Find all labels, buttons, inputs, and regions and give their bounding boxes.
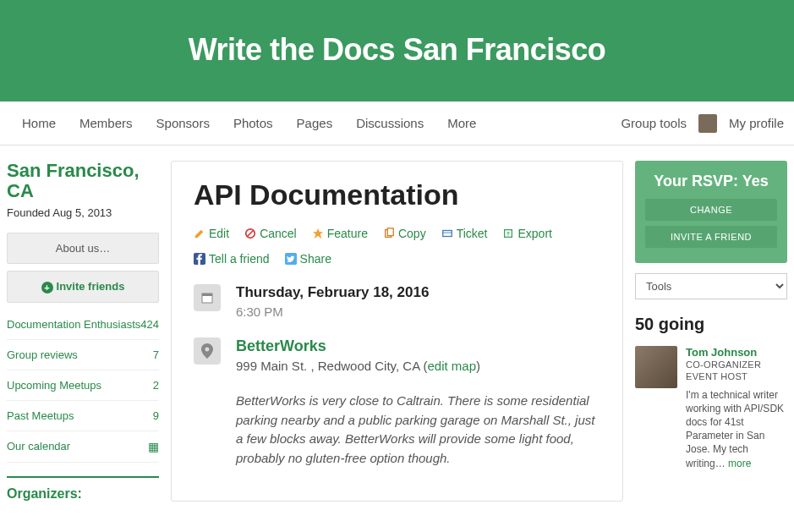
attendee-bio: I'm a technical writer working with API/… — [686, 388, 787, 470]
stats-list: Documentation Enthusiasts 424 Group revi… — [7, 310, 159, 463]
founded-date: Founded Aug 5, 2013 — [7, 206, 159, 219]
change-rsvp-button[interactable]: CHANGE — [645, 199, 777, 221]
stat-count: 7 — [153, 348, 159, 361]
role-line-2: EVENT HOST — [686, 371, 747, 381]
copy-label: Copy — [398, 227, 426, 240]
stat-label[interactable]: Past Meetups — [7, 409, 74, 422]
cancel-link[interactable]: Cancel — [244, 227, 297, 240]
stat-row[interactable]: Upcoming Meetups 2 — [7, 370, 159, 401]
event-location-row: BetterWorks 999 Main St. , Redwood City,… — [194, 337, 600, 373]
top-nav: Home Members Sponsors Photos Pages Discu… — [0, 101, 794, 145]
plus-icon: + — [41, 282, 53, 293]
organizers-heading: Organizers: — [7, 476, 159, 502]
attendee-role: CO-ORGANIZER EVENT HOST — [686, 359, 787, 383]
rsvp-status: Your RSVP: Yes — [645, 173, 777, 190]
stat-row[interactable]: Documentation Enthusiasts 424 — [7, 310, 159, 340]
going-count: 50 going — [635, 315, 787, 334]
attendee-avatar[interactable] — [635, 346, 677, 388]
export-icon — [502, 228, 514, 239]
location-heading: San Francisco, CA — [7, 161, 159, 201]
venue-name[interactable]: BetterWorks — [236, 337, 480, 355]
svg-rect-4 — [442, 231, 452, 237]
pencil-icon — [194, 228, 205, 239]
event-actions: Edit Cancel Feature Copy Ticket Export T… — [194, 227, 600, 266]
nav-members[interactable]: Members — [68, 102, 145, 144]
ticket-icon — [441, 228, 453, 239]
svg-line-1 — [248, 231, 254, 237]
my-profile-link[interactable]: My profile — [729, 116, 784, 130]
stat-row[interactable]: Group reviews 7 — [7, 340, 159, 370]
share-label: Share — [300, 252, 331, 266]
tell-friend-link[interactable]: Tell a friend — [194, 252, 270, 266]
stat-count: 2 — [153, 379, 159, 392]
pin-icon — [194, 337, 221, 365]
copy-icon — [383, 228, 395, 239]
export-link[interactable]: Export — [502, 227, 551, 240]
stat-count: 9 — [153, 409, 159, 422]
calendar-icon: ▦ — [148, 440, 159, 453]
stat-label[interactable]: Upcoming Meetups — [7, 379, 101, 392]
edit-map-link[interactable]: edit map — [428, 359, 477, 373]
feature-link[interactable]: Feature — [312, 227, 368, 240]
left-sidebar: San Francisco, CA Founded Aug 5, 2013 Ab… — [7, 161, 159, 502]
cancel-label: Cancel — [260, 227, 297, 240]
svg-rect-10 — [202, 293, 212, 296]
export-label: Export — [517, 227, 551, 240]
bio-more-link[interactable]: more — [726, 458, 752, 469]
group-title: Write the Docs San Francisco — [0, 32, 794, 68]
facebook-icon — [194, 253, 205, 265]
tell-friend-label: Tell a friend — [209, 252, 270, 266]
venue-address: 999 Main St. , Redwood City, CA (edit ma… — [236, 359, 480, 373]
feature-label: Feature — [327, 227, 368, 240]
copy-link[interactable]: Copy — [383, 227, 426, 240]
stat-label[interactable]: Group reviews — [7, 348, 78, 361]
nav-discussions[interactable]: Discussions — [344, 102, 435, 144]
ticket-label: Ticket — [457, 227, 488, 240]
nav-pages[interactable]: Pages — [285, 102, 345, 144]
avatar-icon[interactable] — [698, 114, 717, 133]
address-text: 999 Main St. , Redwood City, CA — [236, 359, 419, 373]
calendar-row[interactable]: Our calendar ▦ — [7, 431, 159, 463]
calendar-link[interactable]: Our calendar — [7, 440, 70, 452]
right-sidebar: Your RSVP: Yes CHANGE INVITE A FRIEND To… — [635, 161, 787, 502]
rsvp-box: Your RSVP: Yes CHANGE INVITE A FRIEND — [635, 161, 787, 263]
nav-photos[interactable]: Photos — [222, 102, 285, 144]
ticket-link[interactable]: Ticket — [441, 227, 488, 240]
stat-label[interactable]: Documentation Enthusiasts — [7, 318, 140, 331]
event-description: BetterWorks is very close to Caltrain. T… — [236, 392, 600, 468]
event-date-row: Thursday, February 18, 2016 6:30 PM — [194, 284, 600, 319]
edit-link[interactable]: Edit — [194, 227, 229, 240]
twitter-icon — [285, 253, 297, 265]
event-date: Thursday, February 18, 2016 — [236, 284, 429, 301]
event-title: API Documentation — [194, 178, 600, 211]
edit-label: Edit — [209, 227, 229, 240]
star-icon — [312, 228, 324, 239]
stat-count: 424 — [140, 318, 159, 331]
stat-row[interactable]: Past Meetups 9 — [7, 401, 159, 431]
role-line-1: CO-ORGANIZER — [686, 359, 761, 370]
nav-more[interactable]: More — [435, 102, 488, 144]
invite-friends-button[interactable]: +Invite friends — [7, 271, 159, 303]
group-tools-link[interactable]: Group tools — [621, 116, 687, 130]
invite-friend-button[interactable]: INVITE A FRIEND — [645, 226, 777, 248]
attendee-name[interactable]: Tom Johnson — [686, 346, 787, 359]
event-time: 6:30 PM — [236, 304, 429, 319]
share-link[interactable]: Share — [285, 252, 331, 266]
about-us-button[interactable]: About us… — [7, 233, 159, 264]
svg-rect-3 — [387, 228, 393, 236]
clock-icon — [194, 284, 221, 311]
cancel-icon — [244, 228, 256, 239]
group-banner: Write the Docs San Francisco — [0, 0, 794, 101]
invite-friends-label: Invite friends — [57, 280, 125, 293]
tools-select[interactable]: Tools — [635, 273, 787, 299]
nav-sponsors[interactable]: Sponsors — [145, 102, 222, 144]
attendee-card: Tom Johnson CO-ORGANIZER EVENT HOST I'm … — [635, 346, 787, 470]
nav-home[interactable]: Home — [10, 102, 68, 144]
event-main: API Documentation Edit Cancel Feature Co… — [171, 161, 623, 502]
